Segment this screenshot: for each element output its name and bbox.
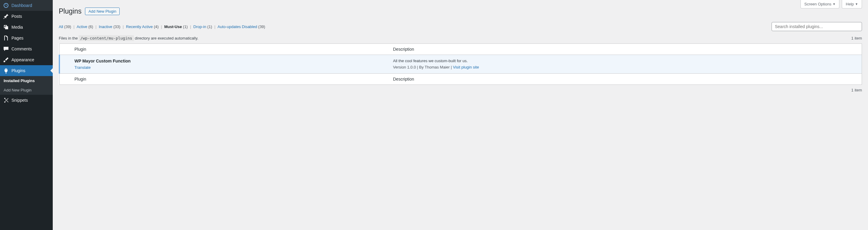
search-input[interactable] [772, 22, 862, 31]
submenu-installed-plugins[interactable]: Installed Plugins [0, 76, 53, 85]
add-new-plugin-button[interactable]: Add New Plugin [85, 7, 120, 15]
filter-inactive[interactable]: Inactive [99, 24, 113, 29]
checkbox-column-header [59, 44, 71, 55]
mu-plugins-info: Files in the /wp-content/mu-plugins dire… [59, 36, 198, 40]
sidebar-item-label: Appearance [11, 57, 34, 62]
plugin-description: All the cool features we custom-built fo… [393, 59, 859, 63]
sidebar-item-posts[interactable]: Posts [0, 11, 53, 22]
items-count-bottom: 1 item [59, 88, 862, 92]
filter-must-use[interactable]: Must-Use [164, 24, 182, 29]
filter-count: (39) [64, 24, 71, 29]
sidebar-item-label: Pages [11, 36, 24, 40]
filter-recently-active[interactable]: Recently Active [126, 24, 153, 29]
page-icon [3, 35, 9, 41]
sidebar-item-label: Plugins [11, 68, 25, 73]
comment-icon [3, 46, 9, 52]
top-actions: Screen Options ▼ Help ▼ [801, 0, 862, 8]
sidebar-item-plugins[interactable]: Plugins [0, 65, 53, 76]
plugin-meta: Version 1.0.0 | By Thomas Maier | Visit … [393, 65, 859, 69]
media-icon [3, 24, 9, 30]
plugins-submenu: Installed Plugins Add New Plugin [0, 76, 53, 95]
dashboard-icon [3, 2, 9, 8]
row-checkbox-cell [59, 55, 71, 74]
pin-icon [3, 13, 9, 19]
caret-down-icon: ▼ [855, 2, 858, 6]
translate-link[interactable]: Translate [74, 65, 91, 70]
submenu-add-new-plugin[interactable]: Add New Plugin [0, 85, 53, 95]
plugin-row: WP Mayor Custom Function Translate All t… [59, 55, 862, 74]
checkbox-column-footer [59, 74, 71, 85]
plugin-description-cell: All the cool features we custom-built fo… [390, 55, 862, 74]
filter-auto-updates-disabled[interactable]: Auto-updates Disabled [218, 24, 257, 29]
main-content: Screen Options ▼ Help ▼ Plugins Add New … [53, 0, 868, 230]
filter-count: (4) [154, 24, 158, 29]
screen-options-button[interactable]: Screen Options ▼ [801, 0, 840, 8]
filter-count: (39) [258, 24, 265, 29]
scissors-icon [3, 97, 9, 103]
sidebar-item-pages[interactable]: Pages [0, 33, 53, 44]
filter-drop-in[interactable]: Drop-in [193, 24, 207, 29]
sidebar-item-comments[interactable]: Comments [0, 44, 53, 54]
filter-count: (1) [183, 24, 188, 29]
info-row: Files in the /wp-content/mu-plugins dire… [59, 36, 862, 40]
description-column-header: Description [390, 44, 862, 55]
filter-all[interactable]: All [59, 24, 63, 29]
sidebar-item-appearance[interactable]: Appearance [0, 54, 53, 65]
plugin-author: By Thomas Maier [419, 65, 450, 69]
sidebar-item-label: Dashboard [11, 3, 32, 8]
sidebar-item-label: Media [11, 25, 23, 30]
sidebar-item-snippets[interactable]: Snippets [0, 95, 53, 106]
sidebar-item-label: Posts [11, 14, 22, 19]
plugin-version: Version 1.0.0 [393, 65, 416, 69]
plugin-name: WP Mayor Custom Function [74, 59, 387, 63]
search-box [772, 22, 862, 31]
page-heading: Plugins Add New Plugin [59, 7, 862, 16]
sidebar-item-media[interactable]: Media [0, 22, 53, 33]
directory-path: /wp-content/mu-plugins [79, 35, 133, 41]
filter-row: All (39) | Active (6) | Inactive (33) | … [59, 22, 862, 31]
filter-count: (1) [207, 24, 212, 29]
caret-down-icon: ▼ [832, 2, 835, 6]
plug-icon [3, 67, 9, 74]
filter-links: All (39) | Active (6) | Inactive (33) | … [59, 24, 265, 29]
sidebar-item-label: Comments [11, 47, 32, 51]
admin-sidebar: Dashboard Posts Media Pages Comments App… [0, 0, 53, 230]
visit-plugin-site-link[interactable]: Visit plugin site [453, 65, 479, 69]
description-column-footer: Description [390, 74, 862, 85]
plugins-table: Plugin Description WP Mayor Custom Funct… [59, 44, 862, 85]
filter-active[interactable]: Active [76, 24, 87, 29]
filter-count: (6) [88, 24, 93, 29]
plugin-column-footer: Plugin [71, 74, 390, 85]
plugin-name-cell: WP Mayor Custom Function Translate [71, 55, 390, 74]
plugin-column-header: Plugin [71, 44, 390, 55]
sidebar-item-dashboard[interactable]: Dashboard [0, 0, 53, 11]
filter-count: (33) [113, 24, 120, 29]
items-count-top: 1 item [851, 36, 862, 40]
sidebar-item-label: Snippets [11, 98, 28, 103]
help-button[interactable]: Help ▼ [842, 0, 862, 8]
page-title: Plugins [59, 7, 82, 16]
brush-icon [3, 57, 9, 63]
